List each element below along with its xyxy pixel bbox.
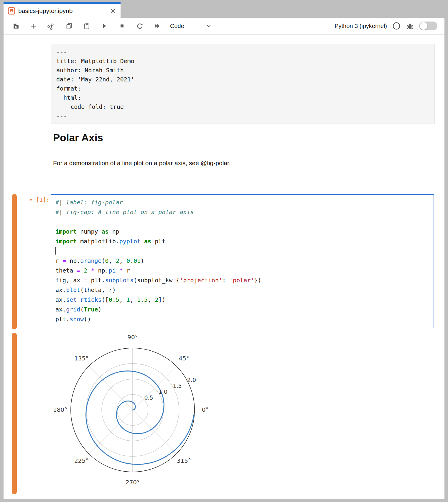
copy-cells-button[interactable] xyxy=(62,19,75,32)
svg-text:2.0: 2.0 xyxy=(187,377,196,383)
svg-text:90°: 90° xyxy=(127,334,138,341)
svg-text:180°: 180° xyxy=(53,406,67,413)
svg-text:1.0: 1.0 xyxy=(159,388,167,395)
scissors-icon xyxy=(47,22,55,30)
paste-icon xyxy=(83,22,90,30)
paste-cells-button[interactable] xyxy=(80,19,93,32)
run-icon xyxy=(101,22,108,29)
notebook-file-icon xyxy=(8,7,15,15)
toggle-knob xyxy=(420,22,427,30)
insert-cell-button[interactable] xyxy=(27,19,40,32)
kernel-name[interactable]: Python 3 (ipykernel) xyxy=(335,23,387,29)
notebook-toolbar: Code Python 3 (ipykernel) xyxy=(4,18,444,35)
run-cell-button[interactable] xyxy=(98,19,111,32)
simple-mode-toggle[interactable] xyxy=(419,22,437,30)
svg-text:315°: 315° xyxy=(177,457,191,464)
notebook-tab[interactable]: basics-jupyter.ipynb xyxy=(4,2,121,18)
raw-cell[interactable]: --- title: Matplotlib Demo author: Norah… xyxy=(51,44,435,124)
markdown-paragraph: For a demonstration of a line plot on a … xyxy=(53,160,231,167)
interrupt-kernel-button[interactable] xyxy=(116,19,129,32)
kernel-status-icon xyxy=(392,22,401,30)
restart-run-all-button[interactable] xyxy=(151,19,164,32)
raw-cell-text: --- title: Matplotlib Demo author: Norah… xyxy=(51,44,434,124)
notebook-content: --- title: Matplotlib Demo author: Norah… xyxy=(4,35,444,499)
svg-text:0.5: 0.5 xyxy=(144,394,153,401)
svg-text:135°: 135° xyxy=(74,355,88,362)
copy-icon xyxy=(65,22,73,30)
stop-icon xyxy=(118,22,126,29)
svg-text:1.5: 1.5 xyxy=(173,383,182,389)
svg-text:0°: 0° xyxy=(202,406,209,413)
cut-cells-button[interactable] xyxy=(45,19,58,32)
tab-title: basics-jupyter.ipynb xyxy=(18,7,73,14)
polar-plot-output: 0°45°90°135°180°225°270°315°0.51.01.52.0 xyxy=(53,307,212,498)
execution-count: • [1]: xyxy=(19,196,50,203)
restart-kernel-button[interactable] xyxy=(133,19,146,32)
save-button[interactable] xyxy=(9,19,22,32)
plus-icon xyxy=(30,22,37,30)
svg-text:45°: 45° xyxy=(179,355,189,362)
debugger-bug-icon[interactable] xyxy=(406,22,414,30)
svg-text:225°: 225° xyxy=(74,457,88,464)
svg-text:270°: 270° xyxy=(126,479,140,486)
kernel-area: Python 3 (ipykernel) xyxy=(335,22,444,30)
code-cell-collapser[interactable] xyxy=(12,194,17,329)
chevron-down-icon[interactable] xyxy=(205,23,212,29)
output-collapser[interactable] xyxy=(12,333,17,494)
save-icon xyxy=(12,22,20,30)
close-icon[interactable] xyxy=(110,8,116,14)
markdown-heading: Polar Axis xyxy=(53,132,103,144)
restart-icon xyxy=(136,22,144,30)
fast-forward-icon xyxy=(154,22,161,30)
cell-type-dropdown[interactable]: Code xyxy=(170,23,184,29)
